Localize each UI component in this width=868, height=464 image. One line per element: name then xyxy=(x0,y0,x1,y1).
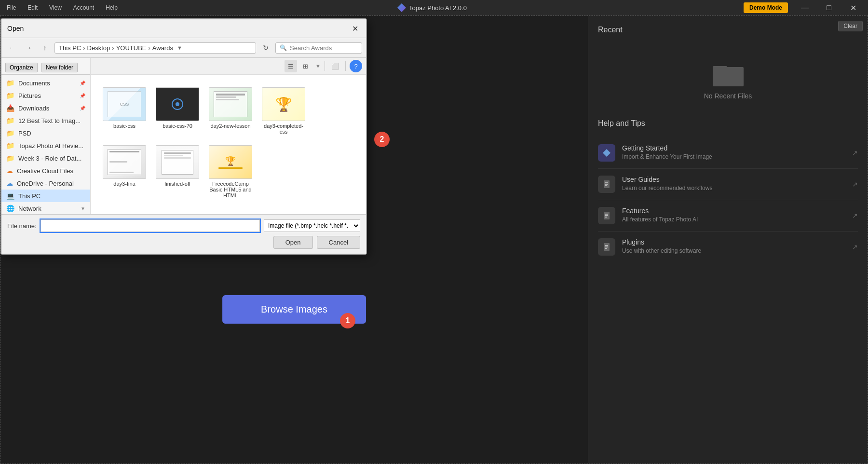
breadcrumb-bar[interactable]: This PC › Desktop › YOUTUBE › Awards ▼ xyxy=(54,42,256,54)
plugins-icon xyxy=(598,238,615,256)
breadcrumb-thispc[interactable]: This PC xyxy=(59,44,81,52)
nav-back-button[interactable]: ← xyxy=(5,41,19,55)
maximize-button[interactable]: □ xyxy=(818,0,840,15)
breadcrumb-desktop[interactable]: Desktop xyxy=(87,44,110,52)
help-item-features[interactable]: Features All features of Topaz Photo AI … xyxy=(598,200,858,232)
file-thumbnail-day3-completed: 🏆 xyxy=(262,87,305,121)
window-controls[interactable]: Demo Mode — □ ✕ xyxy=(744,0,864,15)
file-name-day2: day2-new-lesson xyxy=(210,123,250,129)
file-grid-area: CSS basic-css xyxy=(91,75,366,214)
open-button[interactable]: Open xyxy=(273,236,313,249)
features-icon xyxy=(598,207,615,224)
dialog-close-button[interactable]: ✕ xyxy=(350,23,360,34)
user-guides-arrow: ↗ xyxy=(852,180,858,188)
title-bar: File Edit View Account Help Topaz Photo … xyxy=(0,0,868,15)
sidebar-item-this-pc[interactable]: 💻 This PC xyxy=(1,190,90,202)
clear-button[interactable]: Clear xyxy=(838,21,863,31)
sidebar-label-this-pc: This PC xyxy=(18,192,41,200)
menu-bar[interactable]: File Edit View Account Help xyxy=(4,3,121,12)
getting-started-icon xyxy=(598,144,615,162)
file-grid: CSS basic-css xyxy=(95,80,361,206)
cancel-button[interactable]: Cancel xyxy=(317,236,360,249)
search-input[interactable] xyxy=(290,44,371,52)
sidebar-item-week3[interactable]: 📁 Week 3 - Role of Dat... xyxy=(1,152,90,164)
app-title-area: Topaz Photo AI 2.0.0 xyxy=(397,3,467,12)
folder-icon: 📁 xyxy=(6,117,14,124)
sidebar-label-network: Network xyxy=(18,205,41,212)
sidebar-label-topaz: Topaz Photo AI Revie... xyxy=(18,142,83,150)
dialog-body: Organize New folder 📁 Documents 📌 📁 Pict… xyxy=(1,58,366,214)
minimize-button[interactable]: — xyxy=(794,0,816,15)
filename-input[interactable] xyxy=(41,219,260,232)
dialog-title: Open xyxy=(7,25,24,32)
sidebar-label-pictures: Pictures xyxy=(18,92,41,99)
search-box[interactable]: 🔍 xyxy=(275,42,362,54)
refresh-button[interactable]: ↻ xyxy=(259,41,272,55)
no-recent-area: No Recent Files xyxy=(598,63,858,100)
sidebar-item-onedrive[interactable]: ☁ OneDrive - Personal xyxy=(1,177,90,190)
filetype-select[interactable]: Image file (*.bmp *.heic *.heif *. xyxy=(264,219,360,232)
nav-forward-button[interactable]: → xyxy=(22,41,35,55)
sidebar-item-psd[interactable]: 📁 PSD xyxy=(1,127,90,139)
help-button[interactable]: ? xyxy=(350,60,362,72)
dialog-actions: Open Cancel xyxy=(7,236,360,249)
sidebar-label-documents: Documents xyxy=(18,80,50,87)
file-item-day2[interactable]: day2-new-lesson xyxy=(206,84,255,137)
folder-icon: 📁 xyxy=(6,79,14,87)
topaz-icon xyxy=(397,3,406,12)
sidebar-label-creative-cloud: Creative Cloud Files xyxy=(17,167,73,175)
menu-edit[interactable]: Edit xyxy=(25,3,41,12)
app-area: Open ✕ ← → ↑ This PC › Desktop › YOUTUBE… xyxy=(0,15,868,464)
sidebar-item-downloads[interactable]: 📥 Downloads 📌 xyxy=(1,102,90,114)
user-guides-content: User Guides Learn our recommended workfl… xyxy=(622,176,845,191)
sidebar-label-downloads: Downloads xyxy=(18,105,49,112)
menu-view[interactable]: View xyxy=(46,3,65,12)
sidebar-item-12best[interactable]: 📁 12 Best Text to Imag... xyxy=(1,114,90,127)
file-item-freecodecamp[interactable]: 🏆 FreecodeCamp Basic HTML5 and HTML xyxy=(206,142,255,201)
sidebar-item-pictures[interactable]: 📁 Pictures 📌 xyxy=(1,89,90,102)
sidebar-item-documents[interactable]: 📁 Documents 📌 xyxy=(1,77,90,89)
new-folder-button[interactable]: New folder xyxy=(41,63,78,72)
file-name-day3-completed: day3-completed-css xyxy=(262,123,305,135)
right-panel: Clear Recent No Recent Files Help and Ti… xyxy=(588,16,868,464)
sidebar-item-creative-cloud[interactable]: ☁ Creative Cloud Files xyxy=(1,164,90,177)
help-item-user-guides[interactable]: User Guides Learn our recommended workfl… xyxy=(598,169,858,200)
file-area: ☰ ⊞ ▼ ⬜ ? CSS xyxy=(91,58,366,214)
pin-icon-pictures: 📌 xyxy=(80,93,85,98)
sidebar-label-psd: PSD xyxy=(18,130,31,137)
file-name-freecodecamp: FreecodeCamp Basic HTML5 and HTML xyxy=(209,181,252,198)
breadcrumb-youtube[interactable]: YOUTUBE xyxy=(116,44,147,52)
pin-icon-downloads: 📌 xyxy=(80,106,85,111)
creative-cloud-icon: ☁ xyxy=(6,167,13,175)
help-item-getting-started[interactable]: Getting Started Import & Enhance Your Fi… xyxy=(598,137,858,169)
file-item-day3-completed[interactable]: 🏆 day3-completed-css xyxy=(259,84,308,137)
svg-marker-0 xyxy=(603,149,610,157)
organize-button[interactable]: Organize xyxy=(5,63,38,72)
sidebar-item-topaz[interactable]: 📁 Topaz Photo AI Revie... xyxy=(1,139,90,152)
sidebar-label-12best: 12 Best Text to Imag... xyxy=(18,117,81,124)
file-item-basic-css-70[interactable]: basic-css-70 xyxy=(153,84,202,137)
getting-started-desc: Import & Enhance Your First Image xyxy=(622,153,845,160)
breadcrumb-awards[interactable]: Awards xyxy=(152,44,173,52)
menu-file[interactable]: File xyxy=(4,3,19,12)
getting-started-title: Getting Started xyxy=(622,144,845,152)
file-name-finished-off: finished-off xyxy=(164,181,190,187)
breadcrumb-dropdown[interactable]: ▼ xyxy=(177,45,182,51)
help-item-plugins[interactable]: Plugins Use with other editing software … xyxy=(598,232,858,262)
close-button[interactable]: ✕ xyxy=(842,0,864,15)
view-dropdown[interactable]: ▼ xyxy=(315,63,321,69)
folder-icon: 📁 xyxy=(6,129,14,137)
demo-mode-button[interactable]: Demo Mode xyxy=(744,2,788,13)
menu-account[interactable]: Account xyxy=(70,3,97,12)
file-item-finished-off[interactable]: finished-off xyxy=(153,142,202,201)
view-grid-button[interactable]: ⊞ xyxy=(299,60,312,72)
file-item-day3-fina[interactable]: day3-fina xyxy=(100,142,149,201)
plugins-arrow: ↗ xyxy=(852,243,858,251)
view-details-button[interactable]: ☰ xyxy=(285,60,297,72)
menu-help[interactable]: Help xyxy=(103,3,121,12)
file-item-basic-css[interactable]: CSS basic-css xyxy=(100,84,149,137)
pane-toggle-button[interactable]: ⬜ xyxy=(329,60,341,72)
filename-row: File name: Image file (*.bmp *.heic *.he… xyxy=(7,219,360,232)
nav-up-button[interactable]: ↑ xyxy=(38,41,52,55)
sidebar-item-network[interactable]: 🌐 Network ▼ xyxy=(1,202,90,214)
